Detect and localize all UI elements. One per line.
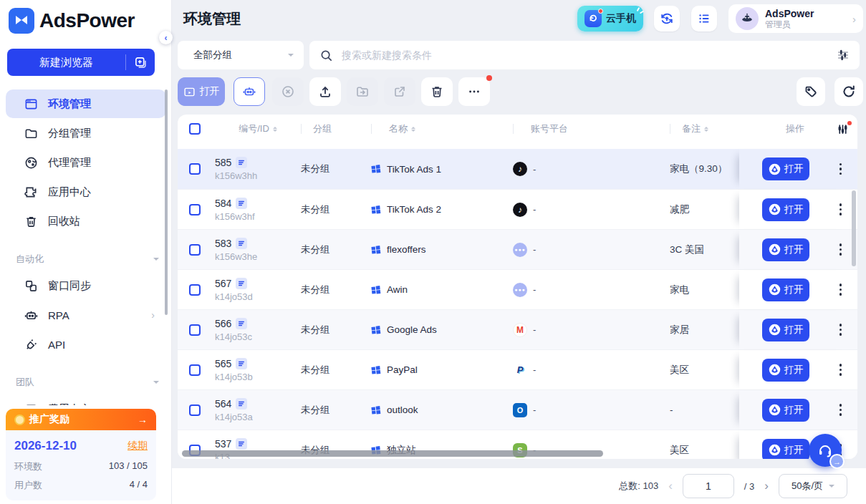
note-badge-icon[interactable]: [236, 318, 247, 329]
table-row[interactable]: 583 k156w3he 未分组 flexoffers ●●● - 3C 美国 …: [178, 229, 857, 269]
sidebar-item-api[interactable]: API: [6, 330, 166, 359]
page-number-input[interactable]: [683, 474, 734, 498]
section-team[interactable]: 团队: [16, 376, 159, 389]
row-checkbox[interactable]: [189, 244, 201, 256]
open-browser-button[interactable]: 打开: [762, 439, 809, 460]
chevron-down-icon: [288, 54, 294, 59]
sidebar-item-label: 分组管理: [48, 127, 91, 140]
open-browser-button[interactable]: 打开: [762, 359, 809, 382]
column-header-group[interactable]: 分组: [313, 122, 332, 135]
note-badge-icon[interactable]: [236, 278, 247, 289]
row-more-menu[interactable]: [837, 200, 845, 218]
sidebar-item-window-sync[interactable]: 窗口同步: [6, 271, 166, 300]
support-arrow-icon[interactable]: →: [829, 454, 845, 469]
group-filter-value: 全部分组: [193, 49, 232, 62]
column-header-name[interactable]: 名称: [389, 122, 408, 135]
open-browser-button[interactable]: 打开: [762, 198, 809, 221]
table-row[interactable]: 567 k14jo53d 未分组 Awin ●●● - 家电 打开: [178, 269, 857, 309]
open-browser-button[interactable]: 打开: [762, 238, 809, 261]
row-checkbox[interactable]: [189, 364, 201, 376]
table-row[interactable]: 584 k156w3hf 未分组 TikTok Ads 2 ♪ - 减肥 打开: [178, 189, 857, 229]
rpa-robot-button[interactable]: [234, 77, 265, 106]
column-header-remark[interactable]: 备注: [682, 122, 701, 135]
open-browser-button[interactable]: 打开: [762, 399, 809, 422]
sidebar-scrollbar[interactable]: [165, 89, 168, 315]
note-badge-icon[interactable]: [236, 238, 247, 249]
move-to-group-button[interactable]: [347, 77, 378, 106]
note-badge-icon[interactable]: [236, 438, 247, 450]
sidebar-item-proxies[interactable]: 代理管理: [6, 148, 166, 177]
prev-page-button[interactable]: ‹: [668, 479, 673, 493]
column-header-id[interactable]: 编号/ID: [239, 122, 269, 135]
open-selected-button[interactable]: 打开: [178, 77, 225, 106]
sort-icon[interactable]: [704, 127, 708, 132]
main-content: 环境管理 云手机 AdsPower 管理员 ›: [172, 0, 866, 504]
row-more-menu[interactable]: [837, 321, 845, 339]
note-badge-icon[interactable]: [236, 398, 247, 410]
notification-dot: [847, 121, 852, 125]
select-all-checkbox[interactable]: [189, 123, 201, 135]
env-remark: 3C 美国: [670, 243, 704, 256]
sort-icon[interactable]: [411, 127, 415, 132]
sort-icon[interactable]: [273, 127, 277, 132]
row-more-menu[interactable]: [837, 160, 845, 178]
row-checkbox[interactable]: [189, 204, 201, 215]
close-browser-button[interactable]: [272, 77, 304, 106]
sunbrowser-logo-icon: [769, 444, 781, 456]
promo-banner[interactable]: 推广奖励 →: [6, 409, 156, 430]
more-actions-button[interactable]: [458, 77, 490, 106]
row-checkbox[interactable]: [189, 284, 201, 296]
page-size-select[interactable]: 50条/页: [779, 474, 847, 498]
column-header-platform[interactable]: 账号平台: [531, 122, 568, 135]
sidebar-item-apps[interactable]: 应用中心: [6, 178, 166, 206]
note-badge-icon[interactable]: [236, 198, 247, 209]
row-checkbox[interactable]: [189, 163, 201, 175]
table-row[interactable]: 564 k14jo53a 未分组 outlook O - - 打开: [178, 389, 857, 430]
table-row[interactable]: 585 k156w3hh 未分组 TikTok Ads 1 ♪ - 家电（9.3…: [178, 149, 857, 189]
robot-icon: [24, 309, 38, 322]
sidebar-item-groups[interactable]: 分组管理: [6, 119, 166, 147]
horizontal-scrollbar[interactable]: [182, 450, 603, 457]
cloud-phone-button[interactable]: 云手机: [577, 6, 643, 32]
open-browser-button[interactable]: 打开: [762, 158, 809, 180]
renew-link[interactable]: 续期: [128, 440, 148, 452]
filter-sliders-icon[interactable]: [837, 49, 850, 62]
export-upload-button[interactable]: [309, 77, 341, 106]
share-export-button[interactable]: [384, 77, 415, 106]
sync-button[interactable]: [654, 6, 680, 32]
note-badge-icon[interactable]: [236, 157, 247, 168]
table-row[interactable]: 566 k14jo53c 未分组 Google Ads M - 家居 打开: [178, 309, 857, 349]
row-more-menu[interactable]: [837, 361, 845, 379]
next-page-button[interactable]: ›: [764, 479, 769, 493]
open-browser-button[interactable]: 打开: [762, 278, 809, 301]
brand-logo: AdsPower: [9, 8, 135, 34]
row-more-menu[interactable]: [837, 241, 845, 258]
row-more-menu[interactable]: [837, 281, 845, 299]
row-checkbox[interactable]: [189, 324, 201, 336]
plus-square-icon[interactable]: [126, 57, 155, 69]
table-row[interactable]: 565 k14jo53b 未分组 PayPal P - 美区 打开: [178, 349, 857, 389]
open-browser-button[interactable]: 打开: [762, 319, 809, 341]
delete-button[interactable]: [421, 77, 453, 106]
sidebar-collapse-button[interactable]: ‹: [159, 31, 173, 44]
row-more-menu[interactable]: [837, 401, 845, 419]
refresh-button[interactable]: [834, 77, 863, 106]
env-remark: 减肥: [670, 203, 689, 216]
group-filter-select[interactable]: 全部分组: [178, 41, 304, 69]
tag-button[interactable]: [797, 77, 825, 106]
search-input[interactable]: [342, 49, 837, 61]
note-badge-icon[interactable]: [236, 358, 247, 369]
section-automation[interactable]: 自动化: [16, 253, 159, 266]
sidebar-item-rpa[interactable]: RPA ›: [6, 301, 166, 329]
sidebar-item-environments[interactable]: 环境管理: [6, 89, 166, 118]
sidebar-item-recycle-bin[interactable]: 回收站: [6, 207, 166, 236]
brand-name: AdsPower: [39, 9, 135, 32]
new-browser-button[interactable]: 新建浏览器: [7, 49, 155, 76]
customer-support-button[interactable]: →: [809, 434, 842, 467]
vertical-scrollbar[interactable]: [852, 190, 856, 266]
account-menu[interactable]: AdsPower 管理员 ›: [728, 4, 863, 33]
task-list-button[interactable]: [691, 6, 717, 32]
column-settings-icon[interactable]: [837, 123, 849, 135]
chevron-down-icon: [153, 258, 159, 263]
row-checkbox[interactable]: [189, 404, 201, 416]
